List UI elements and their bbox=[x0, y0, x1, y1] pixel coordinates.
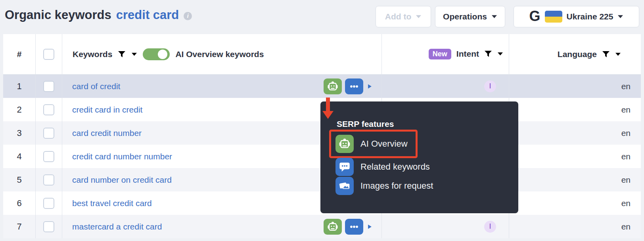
ai-overview-icon[interactable] bbox=[324, 219, 342, 235]
ai-overview-robot-icon bbox=[335, 135, 354, 153]
row-checkbox[interactable] bbox=[43, 174, 54, 186]
ai-overview-toggle-label: AI Overview keywords bbox=[175, 50, 264, 59]
highlight-red-box: AI Overview bbox=[329, 130, 418, 158]
column-divider bbox=[35, 34, 36, 238]
region-selector-button[interactable]: G Ukraine 225 bbox=[514, 6, 639, 27]
keyword-link[interactable]: credit card in credit bbox=[72, 105, 142, 115]
row-number: 3 bbox=[3, 128, 35, 138]
intent-filter-icon[interactable] bbox=[484, 50, 492, 57]
keywords-filter-icon[interactable] bbox=[118, 51, 126, 58]
column-header-language: Language bbox=[558, 50, 597, 59]
keyword-link[interactable]: mastercard a credit card bbox=[72, 222, 162, 231]
serp-feature-label: AI Overview bbox=[360, 139, 408, 149]
select-all-checkbox[interactable] bbox=[43, 49, 54, 60]
column-header-keywords: Keywords bbox=[73, 50, 112, 59]
serp-feature-ai-overview[interactable]: AI Overview bbox=[335, 134, 408, 153]
chevron-down-icon bbox=[491, 15, 497, 19]
row-checkbox[interactable] bbox=[43, 221, 54, 232]
row-number: 2 bbox=[3, 105, 35, 115]
row-number: 6 bbox=[3, 198, 35, 208]
keyword-link[interactable]: card credit number bbox=[72, 128, 142, 138]
row-number: 7 bbox=[3, 222, 35, 232]
keywords-sort-chevron-icon[interactable] bbox=[131, 52, 137, 56]
column-header-intent: Intent bbox=[456, 49, 479, 59]
column-divider bbox=[62, 34, 62, 238]
add-to-label: Add to bbox=[385, 12, 411, 21]
table-row[interactable]: 7 mastercard a credit card I en bbox=[3, 215, 641, 238]
serp-tooltip-title: SERP features bbox=[337, 119, 518, 129]
ai-overview-toggle[interactable] bbox=[143, 48, 170, 60]
new-badge: New bbox=[429, 49, 451, 60]
chevron-down-icon bbox=[416, 15, 422, 19]
language-value: en bbox=[509, 128, 641, 138]
language-value: en bbox=[509, 152, 641, 161]
language-value: en bbox=[509, 175, 641, 185]
operations-label: Operations bbox=[443, 12, 487, 21]
language-sort-chevron-icon[interactable] bbox=[615, 52, 621, 56]
serp-feature-label: Images for request bbox=[360, 181, 433, 191]
row-number: 4 bbox=[3, 151, 35, 162]
add-to-button[interactable]: Add to bbox=[376, 6, 431, 27]
keyword-link[interactable]: card number on credit card bbox=[72, 175, 172, 185]
column-header-index: # bbox=[3, 50, 35, 59]
operations-button[interactable]: Operations bbox=[435, 6, 505, 27]
chevron-down-icon bbox=[617, 15, 623, 19]
keyword-link[interactable]: best travel credit card bbox=[72, 199, 152, 208]
row-number: 1 bbox=[3, 81, 35, 92]
more-serp-features-icon[interactable] bbox=[345, 219, 363, 235]
expand-row-arrow-icon[interactable] bbox=[368, 84, 372, 89]
row-number: 5 bbox=[3, 175, 35, 185]
expand-row-arrow-icon[interactable] bbox=[368, 224, 372, 230]
keyword-link[interactable]: card of credit bbox=[72, 82, 120, 91]
google-icon: G bbox=[529, 9, 540, 23]
intent-badge[interactable]: I bbox=[484, 80, 496, 92]
ukraine-flag-icon bbox=[545, 11, 562, 23]
language-value: en bbox=[509, 222, 641, 231]
row-checkbox[interactable] bbox=[43, 128, 54, 139]
row-checkbox[interactable] bbox=[43, 104, 54, 115]
language-filter-icon[interactable] bbox=[602, 51, 610, 58]
region-label: Ukraine 225 bbox=[567, 12, 613, 21]
language-value: en bbox=[509, 82, 641, 91]
page-title-text: Organic keywords bbox=[5, 8, 111, 22]
page-title: Organic keywords credit card bbox=[5, 8, 192, 22]
serp-features-icons bbox=[324, 78, 372, 94]
related-keywords-icon bbox=[335, 158, 354, 176]
ai-overview-icon[interactable] bbox=[324, 78, 342, 94]
row-checkbox[interactable] bbox=[43, 151, 54, 162]
intent-badge[interactable]: I bbox=[484, 221, 496, 233]
table-row[interactable]: 1 card of credit I en bbox=[3, 75, 641, 98]
row-checkbox[interactable] bbox=[43, 81, 54, 92]
serp-features-tooltip: SERP features AI Overview Related keywor… bbox=[320, 101, 518, 213]
language-value: en bbox=[509, 105, 641, 115]
table-header-row: # Keywords AI Overview keywords New Inte… bbox=[3, 34, 641, 75]
serp-feature-label: Related keywords bbox=[360, 162, 430, 172]
page-title-query-link[interactable]: credit card bbox=[116, 8, 179, 22]
serp-features-icons bbox=[324, 219, 372, 235]
more-serp-features-icon[interactable] bbox=[345, 78, 363, 94]
keyword-link[interactable]: credit card number number bbox=[72, 152, 172, 161]
serp-feature-related-keywords[interactable]: Related keywords bbox=[335, 157, 518, 176]
images-for-request-icon bbox=[335, 177, 354, 195]
intent-sort-chevron-icon[interactable] bbox=[497, 52, 503, 56]
language-value: en bbox=[509, 199, 641, 208]
serp-feature-images-for-request[interactable]: Images for request bbox=[335, 176, 518, 195]
info-icon[interactable] bbox=[184, 12, 192, 20]
row-checkbox[interactable] bbox=[43, 198, 54, 209]
